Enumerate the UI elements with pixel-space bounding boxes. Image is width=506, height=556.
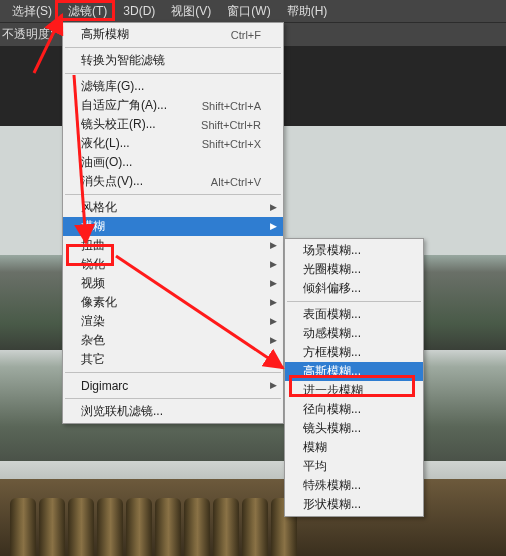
filter-menu-separator (65, 398, 281, 399)
blur-submenu-item[interactable]: 特殊模糊... (285, 476, 423, 495)
submenu-arrow-icon: ▶ (270, 354, 277, 364)
blur-submenu-item[interactable]: 形状模糊... (285, 495, 423, 514)
filter-menu-item[interactable]: 锐化▶ (63, 255, 283, 274)
blur-submenu-item-label: 场景模糊... (303, 242, 361, 259)
filter-menu-item-label: 风格化 (81, 199, 117, 216)
blur-submenu-item[interactable]: 场景模糊... (285, 241, 423, 260)
blur-submenu-item[interactable]: 镜头模糊... (285, 419, 423, 438)
blur-submenu-item-label: 高斯模糊... (303, 363, 361, 380)
menu-item-view[interactable]: 视图(V) (163, 0, 219, 23)
filter-menu-item-label: 液化(L)... (81, 135, 130, 152)
filter-menu-item[interactable]: 转换为智能滤镜 (63, 51, 283, 70)
blur-submenu-item-label: 平均 (303, 458, 327, 475)
blur-submenu-item-label: 径向模糊... (303, 401, 361, 418)
filter-menu-separator (65, 372, 281, 373)
filter-menu-item-label: 扭曲 (81, 237, 105, 254)
filter-menu-item[interactable]: 滤镜库(G)... (63, 77, 283, 96)
submenu-arrow-icon: ▶ (270, 335, 277, 345)
blur-submenu-item[interactable]: 动感模糊... (285, 324, 423, 343)
filter-menu-item[interactable]: 视频▶ (63, 274, 283, 293)
filter-menu-item[interactable]: 杂色▶ (63, 331, 283, 350)
blur-submenu-item-label: 动感模糊... (303, 325, 361, 342)
filter-menu-item[interactable]: 像素化▶ (63, 293, 283, 312)
blur-submenu-item[interactable]: 表面模糊... (285, 305, 423, 324)
blur-submenu-item-label: 模糊 (303, 439, 327, 456)
blur-submenu-item-label: 形状模糊... (303, 496, 361, 513)
filter-menu-item-label: 其它 (81, 351, 105, 368)
filter-menu-item-label: 转换为智能滤镜 (81, 52, 165, 69)
submenu-arrow-icon: ▶ (270, 221, 277, 231)
filter-menu-item[interactable]: 消失点(V)...Alt+Ctrl+V (63, 172, 283, 191)
filter-menu-item[interactable]: 扭曲▶ (63, 236, 283, 255)
filter-menu-separator (65, 47, 281, 48)
raft-graphic (10, 498, 330, 556)
submenu-arrow-icon: ▶ (270, 380, 277, 390)
menu-shortcut: Shift+Ctrl+A (202, 100, 261, 112)
filter-menu-item-label: 滤镜库(G)... (81, 78, 144, 95)
blur-submenu-item[interactable]: 高斯模糊... (285, 362, 423, 381)
filter-menu-item-label: 浏览联机滤镜... (81, 403, 163, 420)
blur-submenu-item[interactable]: 径向模糊... (285, 400, 423, 419)
filter-menu-item-label: 油画(O)... (81, 154, 132, 171)
filter-menu-item[interactable]: 自适应广角(A)...Shift+Ctrl+A (63, 96, 283, 115)
submenu-arrow-icon: ▶ (270, 202, 277, 212)
opacity-label: 不透明度: (2, 26, 53, 43)
filter-menu-item-label: 消失点(V)... (81, 173, 143, 190)
filter-menu-item-label: 模糊 (81, 218, 105, 235)
menubar: 选择(S) 滤镜(T) 3D(D) 视图(V) 窗口(W) 帮助(H) (0, 0, 506, 22)
filter-menu-item[interactable]: 高斯模糊Ctrl+F (63, 25, 283, 44)
blur-submenu-item[interactable]: 倾斜偏移... (285, 279, 423, 298)
filter-menu-item[interactable]: Digimarc▶ (63, 376, 283, 395)
blur-submenu-item-label: 倾斜偏移... (303, 280, 361, 297)
filter-menu-separator (65, 194, 281, 195)
filter-menu-item[interactable]: 渲染▶ (63, 312, 283, 331)
blur-submenu-item[interactable]: 模糊 (285, 438, 423, 457)
filter-menu-item-label: 像素化 (81, 294, 117, 311)
submenu-arrow-icon: ▶ (270, 240, 277, 250)
blur-submenu-item[interactable]: 平均 (285, 457, 423, 476)
menu-shortcut: Shift+Ctrl+R (201, 119, 261, 131)
filter-menu-item[interactable]: 液化(L)...Shift+Ctrl+X (63, 134, 283, 153)
filter-menu-item-label: 高斯模糊 (81, 26, 129, 43)
blur-submenu-item[interactable]: 光圈模糊... (285, 260, 423, 279)
blur-submenu-item-label: 光圈模糊... (303, 261, 361, 278)
filter-menu-item[interactable]: 模糊▶ (63, 217, 283, 236)
filter-menu-item-label: 自适应广角(A)... (81, 97, 167, 114)
submenu-arrow-icon: ▶ (270, 297, 277, 307)
submenu-arrow-icon: ▶ (270, 259, 277, 269)
menu-item-help[interactable]: 帮助(H) (279, 0, 336, 23)
menu-shortcut: Alt+Ctrl+V (211, 176, 261, 188)
filter-menu: 高斯模糊Ctrl+F转换为智能滤镜滤镜库(G)...自适应广角(A)...Shi… (62, 22, 284, 424)
menu-item-window[interactable]: 窗口(W) (219, 0, 278, 23)
filter-menu-item[interactable]: 风格化▶ (63, 198, 283, 217)
blur-submenu-item[interactable]: 进一步模糊 (285, 381, 423, 400)
blur-submenu-item-label: 方框模糊... (303, 344, 361, 361)
filter-menu-item-label: 杂色 (81, 332, 105, 349)
filter-menu-item-label: 镜头校正(R)... (81, 116, 156, 133)
filter-menu-item-label: 渲染 (81, 313, 105, 330)
filter-menu-separator (65, 73, 281, 74)
menu-item-filter[interactable]: 滤镜(T) (60, 0, 115, 23)
filter-menu-item-label: 视频 (81, 275, 105, 292)
filter-menu-item[interactable]: 镜头校正(R)...Shift+Ctrl+R (63, 115, 283, 134)
blur-submenu-separator (287, 301, 421, 302)
blur-submenu-item-label: 进一步模糊 (303, 382, 363, 399)
filter-menu-item-label: Digimarc (81, 379, 128, 393)
blur-submenu-item-label: 镜头模糊... (303, 420, 361, 437)
blur-submenu-item-label: 特殊模糊... (303, 477, 361, 494)
submenu-arrow-icon: ▶ (270, 316, 277, 326)
submenu-arrow-icon: ▶ (270, 278, 277, 288)
blur-submenu-item-label: 表面模糊... (303, 306, 361, 323)
blur-submenu-item[interactable]: 方框模糊... (285, 343, 423, 362)
filter-menu-item[interactable]: 油画(O)... (63, 153, 283, 172)
blur-submenu: 场景模糊...光圈模糊...倾斜偏移...表面模糊...动感模糊...方框模糊.… (284, 238, 424, 517)
filter-menu-item[interactable]: 其它▶ (63, 350, 283, 369)
filter-menu-item[interactable]: 浏览联机滤镜... (63, 402, 283, 421)
filter-menu-item-label: 锐化 (81, 256, 105, 273)
menu-shortcut: Ctrl+F (231, 29, 261, 41)
menu-item-3d[interactable]: 3D(D) (115, 1, 163, 21)
menu-item-select[interactable]: 选择(S) (4, 0, 60, 23)
menu-shortcut: Shift+Ctrl+X (202, 138, 261, 150)
